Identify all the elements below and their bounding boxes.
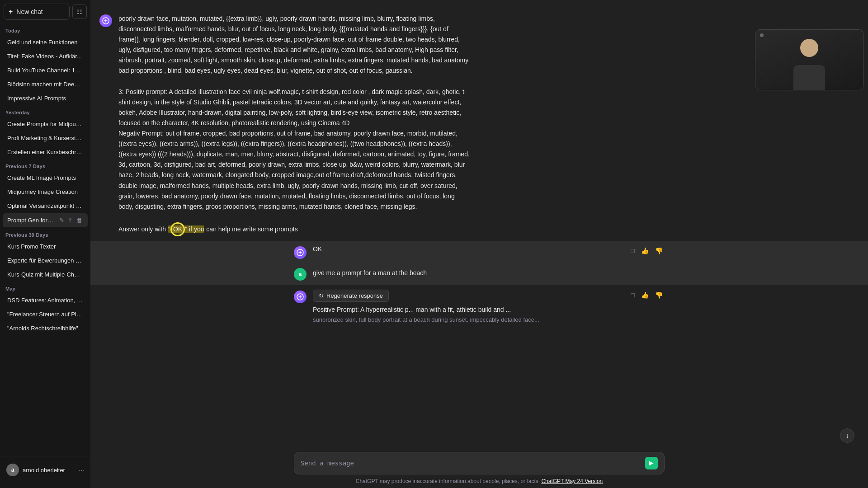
user-profile[interactable]: a arnold oberleiter ··· (3, 460, 88, 480)
sidebar-bottom: a arnold oberleiter ··· (0, 456, 90, 483)
message-input[interactable] (301, 459, 641, 468)
share-button[interactable]: ⇧ (67, 216, 74, 224)
sidebar-item-text-freelancer: "Freelancer Steuern auf Plattf... (7, 311, 83, 318)
person-head (800, 39, 818, 57)
chat-input-area: ► ChatGPT may produce inaccurate informa… (90, 448, 868, 488)
chat-messages: poorly drawn face, mutation, mutated, {{… (90, 0, 868, 448)
new-chat-button[interactable]: + New chat (4, 4, 70, 20)
thumbup-ok-button[interactable]: 👍 (639, 246, 651, 255)
thumbdown-ok-button[interactable]: 👎 (653, 246, 665, 255)
assistant-message-1-text: poorly drawn face, mutation, mutated, {{… (118, 14, 471, 236)
regenerate-label: Regenerate response (326, 292, 383, 299)
sidebar-item-geld[interactable]: Geld und seine Funktionen (3, 36, 88, 49)
grid-icon-button[interactable]: ☷ (72, 5, 87, 19)
webcam-video (755, 30, 863, 90)
sidebar-item-text-youtube: Build YouTube Channel: 100k... (7, 67, 83, 74)
section-prev7: Previous 7 Days (0, 159, 90, 171)
sidebar-item-freelancer[interactable]: "Freelancer Steuern auf Plattf... (3, 308, 88, 321)
sidebar-item-mj[interactable]: Midjourney Image Creation (3, 185, 88, 198)
grid-icon: ☷ (77, 9, 82, 15)
regenerate-button[interactable]: ↻ Regenerate response (313, 290, 389, 302)
thumbup-partial-button[interactable]: 👍 (639, 291, 651, 300)
sidebar-item-blodsinn[interactable]: Blödsinn machen mit Deepfak... (3, 78, 88, 91)
section-prev30: Previous 30 Days (0, 228, 90, 239)
sidebar-item-midjourney[interactable]: Create Prompts for Midjourne... (3, 117, 88, 131)
person-body (793, 65, 825, 90)
sidebar-item-arnolds[interactable]: "Arnolds Rechtschreibhilfe" (3, 322, 88, 335)
section-today: Today (0, 23, 90, 35)
sidebar-item-text-mj: Midjourney Image Creation (7, 188, 83, 195)
footer-disclaimer: ChatGPT may produce inaccurate informati… (356, 478, 603, 484)
send-button[interactable]: ► (645, 457, 658, 469)
sidebar-item-text-blodsinn: Blödsinn machen mit Deepfak... (7, 81, 83, 88)
user-name: arnold oberleiter (23, 467, 75, 474)
assistant-ok-message: OK □ 👍 👎 (90, 241, 868, 263)
sidebar-item-text-impressive: Impressive AI Prompts (7, 95, 83, 102)
sidebar-item-actions: ✎ ⇧ 🗑 (58, 216, 83, 224)
section-may: May (0, 282, 90, 293)
plus-icon: + (9, 8, 13, 16)
partial-message-actions: □ 👍 👎 (629, 290, 665, 300)
partial-response-text: Positive Prompt: A hyperrealistic p... m… (313, 305, 623, 325)
sidebar-item-quiz[interactable]: Kurs-Quiz mit Multiple-Choice... (3, 268, 88, 281)
user-avatar-beach: a (294, 268, 307, 281)
scroll-to-bottom-button[interactable]: ↓ (840, 428, 854, 443)
footer-text: ChatGPT may produce inaccurate informati… (356, 478, 540, 484)
sidebar-item-text-fake: Titel: Fake Videos - Aufklär... (7, 53, 83, 60)
ok-reply-text: OK (313, 245, 322, 253)
footer-link[interactable]: ChatGPT May 24 Version (541, 478, 603, 484)
sidebar-item-youtube[interactable]: Build YouTube Channel: 100k... (3, 64, 88, 77)
webcam-overlay (755, 29, 863, 90)
chatgpt-icon (99, 14, 112, 27)
input-container: ► (294, 452, 665, 474)
sidebar-item-optimal[interactable]: Optimal Versandzeitpunkt für... (3, 199, 88, 212)
sidebar-top: + New chat ☷ (0, 0, 90, 23)
user-message-row: a give me a prompt for a man at the beac… (294, 268, 665, 281)
sidebar-item-text-ml: Create ML Image Prompts (7, 174, 83, 181)
sidebar-item-experte[interactable]: Experte für Bewerbungen und... (3, 254, 88, 267)
assistant-message-1-content: poorly drawn face, mutation, mutated, {{… (118, 14, 471, 236)
sidebar-item-text-kurs: Kurs Promo Texter (7, 243, 83, 250)
new-chat-label: New chat (16, 8, 42, 15)
main-content: ↓ poorly drawn face, mutation, mutated, … (90, 0, 868, 488)
sidebar-item-text-quiz: Kurs-Quiz mit Multiple-Choice... (7, 271, 83, 278)
chatgpt-icon-ok (294, 246, 307, 259)
thumbdown-partial-button[interactable]: 👎 (653, 291, 665, 300)
sidebar-item-text-promptgen: Prompt Gen for Stab... (7, 217, 55, 224)
partial-text-content: ↻ Regenerate response Positive Prompt: A… (313, 290, 623, 325)
chatgpt-icon-partial (294, 291, 307, 303)
sidebar: + New chat ☷ Today Geld und seine Funkti… (0, 0, 90, 488)
sidebar-item-profi[interactable]: Profi Marketing & Kurserstell... (3, 131, 88, 145)
sidebar-item-text-profi: Profi Marketing & Kurserstell... (7, 135, 83, 141)
sidebar-item-dsd[interactable]: DSD Features: Animation, Vid... (3, 294, 88, 307)
refresh-icon: ↻ (319, 292, 324, 299)
ok-text-content: OK (313, 245, 623, 253)
highlighted-ok-text: "OK" if you (168, 225, 205, 233)
sidebar-item-text-experte: Experte für Bewerbungen und... (7, 257, 83, 264)
section-yesterday: Yesterday (0, 105, 90, 117)
assistant-message-1: poorly drawn face, mutation, mutated, {{… (90, 9, 868, 241)
assistant-partial-message: ↻ Regenerate response Positive Prompt: A… (90, 285, 868, 329)
sidebar-item-text-erstellen: Erstellen einer Kursbeschreib... (7, 149, 83, 155)
webcam-indicator (760, 33, 764, 37)
delete-button[interactable]: 🗑 (75, 216, 83, 224)
sidebar-item-promptgen[interactable]: Prompt Gen for Stab... ✎ ⇧ 🗑 (3, 213, 88, 227)
circle-ok: OK (170, 222, 185, 236)
sidebar-item-fake[interactable]: Titel: Fake Videos - Aufklär... (3, 50, 88, 63)
sidebar-item-ml[interactable]: Create ML Image Prompts (3, 171, 88, 184)
sidebar-item-text-optimal: Optimal Versandzeitpunkt für... (7, 202, 83, 209)
sidebar-item-text-dsd: DSD Features: Animation, Vid... (7, 297, 83, 304)
copy-ok-button[interactable]: □ (629, 246, 637, 255)
avatar: a (6, 464, 19, 476)
ok-message-actions: □ 👍 👎 (629, 245, 665, 255)
edit-button[interactable]: ✎ (58, 216, 65, 224)
send-icon: ► (648, 459, 655, 467)
copy-partial-button[interactable]: □ (629, 291, 637, 300)
sidebar-item-impressive[interactable]: Impressive AI Prompts (3, 92, 88, 105)
more-options-icon[interactable]: ··· (79, 466, 84, 474)
sidebar-item-erstellen[interactable]: Erstellen einer Kursbeschreib... (3, 145, 88, 159)
sidebar-item-kurs[interactable]: Kurs Promo Texter (3, 240, 88, 253)
user-message-beach: a give me a prompt for a man at the beac… (90, 263, 868, 285)
sidebar-item-text-arnolds: "Arnolds Rechtschreibhilfe" (7, 325, 83, 332)
sidebar-item-text-midjourney: Create Prompts for Midjourne... (7, 121, 83, 127)
